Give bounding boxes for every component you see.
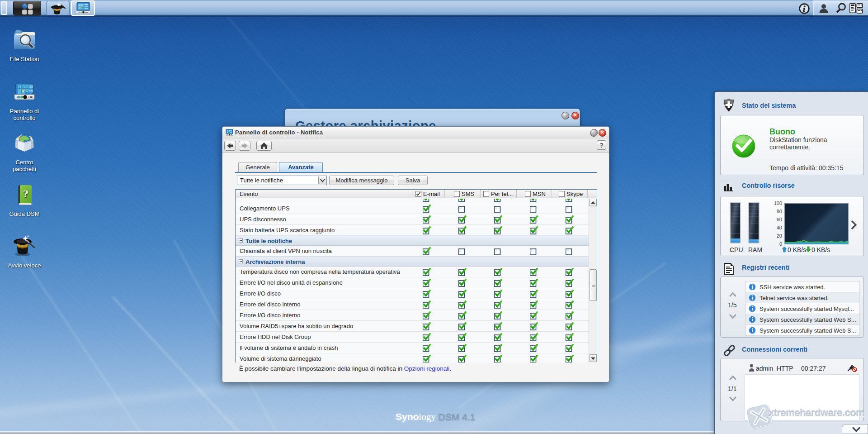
svg-text:?: ? bbox=[23, 188, 28, 200]
